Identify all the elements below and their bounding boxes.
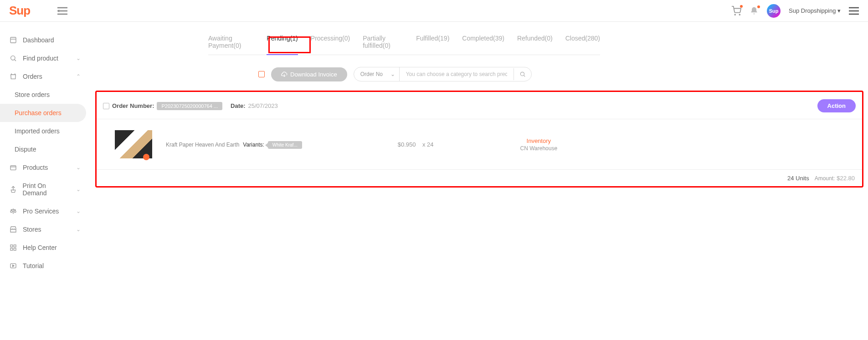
cart-badge-dot	[740, 5, 743, 8]
tab-partially-fulfilled[interactable]: Partially fulfilled(0)	[363, 31, 403, 55]
sidebar-item-label: Products	[23, 164, 48, 171]
order-select-checkbox[interactable]	[103, 103, 109, 109]
header-right: Sup Sup Dropshipping ▾	[731, 4, 859, 18]
sidebar-item-print-on-demand[interactable]: Print On Demand ⌄	[0, 177, 90, 202]
svg-rect-4	[10, 166, 16, 170]
sidebar-item-orders[interactable]: Orders ⌃	[0, 67, 90, 86]
variant-pill: White Kraf...	[268, 141, 302, 149]
sidebar-item-stores[interactable]: Stores ⌄	[0, 220, 90, 239]
cart-icon[interactable]	[731, 6, 741, 16]
search-icon	[9, 55, 17, 62]
scales-icon	[9, 208, 17, 215]
quantity: x 24	[422, 141, 434, 148]
price-block: $0.950 x 24	[398, 141, 434, 148]
bell-badge-dot	[757, 5, 760, 8]
units-text: 24 Units	[787, 175, 809, 182]
amount-value: $22.80	[837, 175, 855, 182]
tab-pending[interactable]: Pending(1)	[267, 31, 298, 55]
sidebar-item-store-orders[interactable]: Store orders	[0, 86, 90, 104]
unit-price: $0.950	[398, 141, 416, 148]
pod-icon	[9, 186, 17, 193]
sidebar-item-imported-orders[interactable]: Imported orders	[0, 122, 90, 140]
search-group: Order No	[354, 67, 532, 81]
products-icon	[9, 164, 17, 171]
sidebar-item-find-product[interactable]: Find product ⌄	[0, 49, 90, 67]
avatar[interactable]: Sup	[767, 4, 781, 18]
search-category-select[interactable]: Order No	[354, 67, 400, 81]
chevron-down-icon: ⌄	[76, 208, 81, 214]
sidebar-item-products[interactable]: Products ⌄	[0, 158, 90, 177]
sidebar-item-label: Find product	[23, 55, 58, 62]
sidebar-item-label: Help Center	[23, 244, 57, 251]
order-toolbar: Download Invoice Order No	[258, 67, 868, 81]
sidebar-item-label: Print On Demand	[23, 182, 71, 197]
sidebar-toggle-icon[interactable]	[57, 7, 67, 15]
product-thumbnail[interactable]	[115, 130, 152, 158]
order-action-button[interactable]: Action	[817, 99, 856, 112]
svg-rect-8	[14, 248, 16, 250]
svg-rect-2	[10, 37, 16, 43]
sidebar-item-label: Stores	[23, 226, 41, 233]
user-menu[interactable]: Sup Dropshipping ▾	[789, 7, 841, 14]
svg-point-0	[734, 14, 735, 15]
warehouse-label: CN Warehouse	[520, 145, 558, 152]
svg-rect-5	[10, 245, 13, 247]
sidebar-item-label: Purchase orders	[15, 109, 62, 117]
svg-point-3	[11, 56, 15, 60]
tab-refunded[interactable]: Refunded(0)	[517, 31, 553, 55]
brand-logo[interactable]: Sup	[9, 4, 30, 18]
order-number-label: Order Number:	[112, 102, 154, 109]
order-status-tabs: Awaiting Payment(0) Pending(1) Processin…	[208, 31, 600, 55]
order-card: Order Number: P20230725020000764 ... Dat…	[95, 91, 863, 188]
store-icon	[9, 226, 17, 233]
tab-fulfilled[interactable]: Fulfilled(19)	[416, 31, 449, 55]
order-card-header: Order Number: P20230725020000764 ... Dat…	[97, 97, 862, 119]
select-all-checkbox[interactable]	[258, 71, 265, 77]
product-info: Kraft Paper Heaven And Earth Variants: W…	[166, 141, 302, 148]
sidebar-item-dispute[interactable]: Dispute	[0, 140, 90, 158]
tab-processing[interactable]: Processing(0)	[311, 31, 350, 55]
sidebar-item-dashboard[interactable]: Dashboard	[0, 31, 90, 49]
chevron-up-icon: ⌃	[76, 73, 81, 80]
header-left: Sup	[9, 4, 67, 18]
svg-rect-7	[10, 248, 13, 250]
svg-rect-6	[14, 245, 16, 247]
chevron-down-icon: ⌄	[76, 164, 81, 171]
inventory-link[interactable]: Inventory	[520, 137, 558, 144]
search-input[interactable]	[400, 67, 514, 81]
cloud-download-icon	[281, 71, 288, 77]
play-icon	[9, 262, 17, 269]
order-number-value: P20230725020000764 ...	[157, 102, 222, 110]
sidebar-item-label: Store orders	[15, 91, 50, 98]
download-invoice-label: Download Invoice	[290, 71, 337, 78]
search-category-wrap: Order No	[354, 67, 400, 81]
chevron-down-icon: ⌄	[76, 226, 81, 233]
variants-label: Variants:	[243, 142, 264, 148]
bell-icon[interactable]	[750, 6, 759, 15]
hamburger-menu-icon[interactable]	[849, 7, 859, 15]
main-content: Awaiting Payment(0) Pending(1) Processin…	[90, 22, 868, 275]
tab-completed[interactable]: Completed(39)	[462, 31, 504, 55]
amount-label: Amount:	[815, 175, 835, 182]
svg-point-10	[520, 72, 524, 76]
inventory-block: Inventory CN Warehouse	[520, 137, 558, 152]
order-card-footer: 24 Units Amount: $22.80	[97, 170, 862, 186]
sidebar-item-help-center[interactable]: Help Center	[0, 239, 90, 257]
product-name: Kraft Paper Heaven And Earth	[166, 142, 239, 148]
tab-closed[interactable]: Closed(280)	[565, 31, 600, 55]
sidebar-item-purchase-orders[interactable]: Purchase orders	[0, 104, 86, 122]
tab-awaiting-payment[interactable]: Awaiting Payment(0)	[208, 31, 254, 55]
main-layout: Dashboard Find product ⌄ Orders ⌃ Store …	[0, 22, 868, 275]
sidebar-item-label: Dashboard	[23, 36, 54, 44]
sidebar-item-label: Dispute	[15, 146, 36, 153]
top-header: Sup Sup Sup Dropshipping ▾	[0, 0, 868, 22]
sidebar-item-tutorial[interactable]: Tutorial	[0, 257, 90, 275]
order-line-item: Kraft Paper Heaven And Earth Variants: W…	[97, 119, 862, 170]
search-submit-icon[interactable]	[514, 68, 531, 80]
sidebar-item-pro-services[interactable]: Pro Services ⌄	[0, 202, 90, 220]
grid-icon	[9, 244, 17, 251]
sidebar-item-label: Imported orders	[15, 127, 60, 135]
orders-icon	[9, 73, 17, 80]
download-invoice-button[interactable]: Download Invoice	[271, 67, 347, 81]
chevron-down-icon: ⌄	[76, 186, 81, 193]
